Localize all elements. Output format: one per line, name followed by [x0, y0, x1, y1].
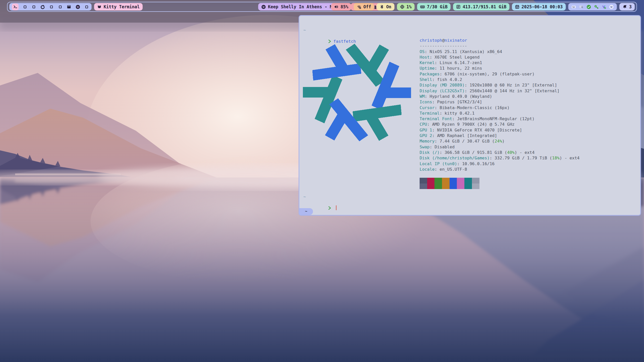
terminal-color-palette-row1 — [420, 178, 580, 183]
disk-label: 413.17/915.81 GiB — [463, 4, 506, 9]
workspace-7-window[interactable] — [66, 4, 71, 10]
clock-label: 2025-06-18 00:03 — [521, 4, 563, 9]
terminal-content: ~ fastfetch christoph@nixinator---------… — [299, 16, 640, 215]
fastfetch-output: christoph@nixinator-------------------OS… — [420, 38, 580, 189]
kitty-terminal-window[interactable]: ~ fastfetch christoph@nixinator---------… — [299, 15, 641, 216]
fastfetch-line: OS: NixOS 25.11 (Xantusia) x86_64 — [420, 49, 580, 55]
network-label: Off — [363, 4, 371, 9]
keyboard-icon[interactable] — [571, 5, 576, 9]
fastfetch-line: GPU 2: AMD Raphael [Integrated] — [420, 133, 580, 139]
system-tray — [568, 3, 617, 11]
cpu-chip-icon — [400, 5, 405, 9]
window-title-pill[interactable]: Kitty Terminal — [94, 3, 143, 11]
terminal-tab-label: ~ — [305, 209, 307, 214]
clock-pill[interactable]: 2025-06-18 00:03 — [512, 3, 566, 11]
notification-count: 3 — [629, 4, 632, 9]
workspace-9-square[interactable] — [84, 4, 89, 10]
fastfetch-line: GPU 1: NVIDIA GeForce RTX 4070 [Discrete… — [420, 127, 580, 133]
fastfetch-line: Locale: en_US.UTF-8 — [420, 167, 580, 172]
speaker-icon — [334, 5, 339, 9]
bell-icon — [622, 5, 627, 9]
fastfetch-line: christoph@nixinator — [420, 38, 580, 43]
fastfetch-line: Display (MD 20889): 1920x1080 @ 60 Hz in… — [420, 82, 580, 88]
fastfetch-line: Memory: 7.44 GiB / 30.47 GiB (24%) — [420, 139, 580, 144]
fastfetch-line: Terminal Font: JetBrainsMonoNFM-Regular … — [420, 116, 580, 122]
fastfetch-line: Shell: fish 4.0.2 — [420, 77, 580, 82]
fastfetch-line: Terminal: kitty 0.42.1 — [420, 111, 580, 116]
cpu-pill[interactable]: 1% — [397, 3, 415, 11]
workspace-3-square[interactable] — [31, 4, 36, 10]
fastfetch-line: Cursor: Bibata-Modern-Classic (16px) — [420, 105, 580, 111]
fastfetch-line: Host: X670E Steel Legend — [420, 55, 580, 60]
workspace-switcher — [9, 3, 92, 11]
nixos-logo — [303, 40, 411, 145]
cat-icon — [97, 5, 102, 9]
bluetooth-icon — [380, 5, 384, 9]
key-icon[interactable] — [594, 5, 599, 9]
fastfetch-line: Packages: 6706 (nix-system), 29 (flatpak… — [420, 71, 580, 77]
bluetooth-pill[interactable]: On — [377, 3, 394, 11]
cpu-label: 1% — [407, 4, 412, 9]
memory-pill[interactable]: 7/30 GiB — [417, 3, 451, 11]
fastfetch-line: ------------------- — [420, 43, 580, 49]
hdd-icon — [456, 5, 461, 9]
status-bar: Kitty Terminal Keep Shelly In Athens - M… — [7, 2, 637, 12]
prompt-path: ~ — [303, 27, 356, 33]
fastfetch-line: Kernel: Linux 6.14.7-zen1 — [420, 60, 580, 66]
spotify-icon — [261, 5, 266, 9]
vpn-shield-icon[interactable] — [601, 5, 606, 9]
fastfetch-line: CPU: AMD Ryzen 9 7900X (24) @ 5.74 GHz — [420, 122, 580, 127]
notifications-pill[interactable]: 3 — [619, 3, 635, 11]
workspace-4-circle-arrow[interactable] — [40, 4, 45, 10]
wifi-off-icon — [357, 5, 361, 9]
window-title: Kitty Terminal — [104, 4, 140, 9]
workspace-6-square[interactable] — [58, 4, 63, 10]
disk-pill[interactable]: 413.17/915.81 GiB — [453, 3, 509, 11]
fastfetch-line: Swap: Disabled — [420, 144, 580, 150]
network-pill[interactable]: Off — [354, 3, 374, 11]
bluetooth-label: On — [386, 4, 391, 9]
workspace-1-terminal-prompt-active[interactable] — [12, 4, 19, 10]
prompt-chevron-icon — [328, 206, 331, 210]
screen-lock-icon[interactable] — [579, 5, 584, 9]
workspace-5-square[interactable] — [49, 4, 54, 10]
terminal-tab[interactable]: ~ — [299, 208, 313, 215]
fastfetch-line: WM: Hyprland 0.49.0 (Wayland) — [420, 94, 580, 99]
calendar-icon — [515, 5, 519, 9]
volume-label: 85% — [341, 4, 348, 9]
fastfetch-line: Disk (/home/christoph/Games): 332.79 GiB… — [420, 155, 580, 161]
desktop: Kitty Terminal Keep Shelly In Athens - M… — [0, 0, 644, 362]
workspace-8-spotify[interactable] — [75, 4, 80, 10]
terminal-color-palette-row2 — [420, 184, 580, 189]
fastfetch-line: Local IP (tun0): 10.96.0.16/16 — [420, 161, 580, 167]
text-cursor — [336, 205, 337, 210]
ram-icon — [420, 5, 425, 9]
fastfetch-lines: christoph@nixinator-------------------OS… — [420, 38, 580, 172]
spotify-light-icon[interactable] — [609, 5, 614, 9]
memory-label: 7/30 GiB — [427, 4, 448, 9]
volume-pill[interactable]: 85% — [331, 3, 351, 11]
fastfetch-line: Disk (/): 366.58 GiB / 915.81 GiB (40%) … — [420, 150, 580, 155]
workspace-2-square[interactable] — [22, 4, 27, 10]
fastfetch-line: Icons: Papirus [GTK2/3/4] — [420, 99, 580, 105]
check-circle-icon[interactable] — [586, 5, 591, 9]
fastfetch-line: Display (LC32G5xT): 644x362 @ 144 Hz i… — [420, 88, 580, 94]
fastfetch-line: Uptime: 11 hours, 22 mins — [420, 66, 580, 71]
prompt-path: ~ — [303, 194, 337, 200]
